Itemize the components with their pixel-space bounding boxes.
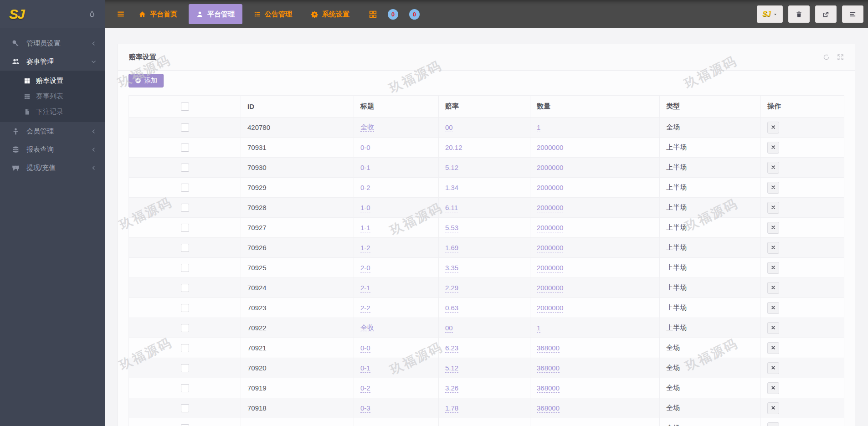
- hamburger-icon[interactable]: [117, 10, 125, 18]
- row-checkbox[interactable]: [181, 404, 189, 412]
- odds-link[interactable]: 20.12: [445, 144, 462, 152]
- title-link[interactable]: 0-3: [360, 404, 370, 413]
- sidebar-subitem-3[interactable]: 下注记录: [0, 104, 105, 119]
- delete-button[interactable]: [767, 122, 779, 133]
- title-link[interactable]: 全收: [360, 123, 374, 132]
- title-link[interactable]: 0-0: [360, 344, 370, 353]
- row-checkbox[interactable]: [181, 304, 189, 312]
- title-link[interactable]: 0-2: [360, 384, 370, 393]
- title-link[interactable]: 0-0: [360, 144, 370, 152]
- qty-link[interactable]: 368000: [537, 344, 560, 353]
- odds-link[interactable]: 1.69: [445, 244, 458, 252]
- nav-item-3[interactable]: 公告管理: [246, 4, 300, 24]
- sidebar-item-3[interactable]: 会员管理: [0, 122, 105, 140]
- qty-link[interactable]: 2000000: [537, 244, 563, 252]
- delete-button[interactable]: [767, 202, 779, 214]
- odds-link[interactable]: 00: [445, 123, 453, 132]
- qty-link[interactable]: 2000000: [537, 264, 563, 272]
- sidebar-item-5[interactable]: 提现/充值: [0, 159, 105, 177]
- apps-grid-icon[interactable]: [369, 10, 377, 18]
- row-checkbox[interactable]: [181, 284, 189, 292]
- delete-button[interactable]: [767, 262, 779, 274]
- row-checkbox[interactable]: [181, 344, 189, 352]
- open-external-button[interactable]: [815, 5, 837, 23]
- odds-link[interactable]: 6.23: [445, 344, 458, 353]
- title-link[interactable]: 2-2: [360, 304, 370, 313]
- add-button[interactable]: 添加: [128, 74, 164, 87]
- title-link[interactable]: 0-1: [360, 164, 370, 172]
- row-checkbox[interactable]: [181, 324, 189, 332]
- qty-link[interactable]: 368000: [537, 364, 560, 373]
- qty-link[interactable]: 1: [537, 123, 540, 132]
- delete-button[interactable]: [767, 222, 779, 234]
- sidebar-subitem-1[interactable]: 赔率设置: [0, 73, 105, 88]
- qty-link[interactable]: 2000000: [537, 224, 563, 232]
- sidebar-item-2[interactable]: 赛事管理: [0, 52, 105, 71]
- notification-badge-1[interactable]: 0: [388, 9, 398, 20]
- row-checkbox[interactable]: [181, 384, 189, 392]
- row-checkbox[interactable]: [181, 184, 189, 192]
- qty-link[interactable]: 2000000: [537, 424, 563, 426]
- expand-icon[interactable]: [837, 54, 844, 61]
- sidebar-item-4[interactable]: 报表查询: [0, 140, 105, 159]
- odds-link[interactable]: 1.78: [445, 404, 458, 413]
- title-link[interactable]: 0-1: [360, 364, 370, 373]
- delete-button[interactable]: [767, 422, 779, 426]
- title-link[interactable]: 2-0: [360, 264, 370, 272]
- odds-link[interactable]: 0.63: [445, 304, 458, 313]
- row-checkbox[interactable]: [181, 144, 189, 152]
- odds-link[interactable]: 3.35: [445, 264, 458, 272]
- delete-button[interactable]: [767, 402, 779, 414]
- row-checkbox[interactable]: [181, 123, 189, 132]
- menu-list-button[interactable]: [842, 5, 863, 23]
- nav-item-4[interactable]: 系统设置: [303, 4, 357, 24]
- title-link[interactable]: 全收: [360, 323, 374, 332]
- row-checkbox[interactable]: [181, 424, 189, 426]
- account-dropdown-button[interactable]: SJ: [757, 5, 783, 23]
- odds-link[interactable]: 2.29: [445, 284, 458, 293]
- title-link[interactable]: 2-1: [360, 284, 370, 293]
- nav-item-2[interactable]: 平台管理: [189, 4, 242, 24]
- sidebar-item-1[interactable]: 管理员设置: [0, 34, 105, 52]
- title-link[interactable]: 1-0: [360, 424, 370, 426]
- sidebar-subitem-2[interactable]: 赛事列表: [0, 88, 105, 104]
- row-checkbox[interactable]: [181, 244, 189, 252]
- delete-button[interactable]: [767, 142, 779, 154]
- delete-button[interactable]: [767, 282, 779, 294]
- row-checkbox[interactable]: [181, 164, 189, 172]
- row-checkbox[interactable]: [181, 204, 189, 212]
- odds-link[interactable]: 3.26: [445, 384, 458, 393]
- delete-button[interactable]: [767, 362, 779, 374]
- title-link[interactable]: 1-2: [360, 244, 370, 252]
- qty-link[interactable]: 2000000: [537, 304, 563, 313]
- qty-link[interactable]: 368000: [537, 404, 560, 413]
- odds-link[interactable]: 5.53: [445, 224, 458, 232]
- qty-link[interactable]: 2000000: [537, 204, 563, 212]
- odds-link[interactable]: 00: [445, 324, 453, 333]
- row-checkbox[interactable]: [181, 364, 189, 372]
- qty-link[interactable]: 2000000: [537, 164, 563, 172]
- delete-button[interactable]: [767, 242, 779, 254]
- odds-link[interactable]: 6.11: [445, 204, 458, 212]
- nav-item-1[interactable]: 平台首页: [131, 4, 185, 24]
- delete-button[interactable]: [767, 322, 779, 334]
- odds-link[interactable]: 1.34: [445, 184, 458, 192]
- qty-link[interactable]: 1: [537, 324, 540, 333]
- notification-badge-2[interactable]: 0: [409, 9, 420, 20]
- odds-link[interactable]: 5.12: [445, 364, 458, 373]
- row-checkbox[interactable]: [181, 264, 189, 272]
- odds-link[interactable]: 6.11: [445, 424, 458, 426]
- qty-link[interactable]: 2000000: [537, 144, 563, 152]
- title-link[interactable]: 0-2: [360, 184, 370, 192]
- qty-link[interactable]: 2000000: [537, 284, 563, 293]
- title-link[interactable]: 1-1: [360, 224, 370, 232]
- delete-button[interactable]: [767, 162, 779, 174]
- row-checkbox[interactable]: [181, 224, 189, 232]
- odds-link[interactable]: 5.12: [445, 164, 458, 172]
- delete-button[interactable]: [767, 382, 779, 394]
- delete-button[interactable]: [767, 342, 779, 354]
- refresh-icon[interactable]: [823, 54, 830, 61]
- clear-cache-button[interactable]: [788, 5, 810, 23]
- qty-link[interactable]: 368000: [537, 384, 560, 393]
- delete-button[interactable]: [767, 302, 779, 314]
